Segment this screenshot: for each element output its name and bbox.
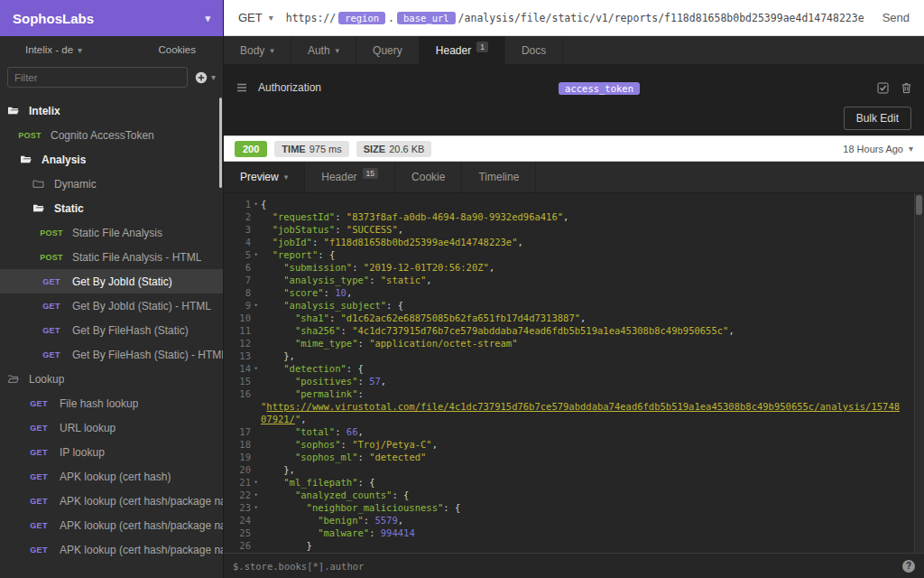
code-token: "jobStatus" [273,224,336,235]
response-scrollbar[interactable] [914,193,924,553]
sidebar-filter-input[interactable] [7,67,188,88]
tab-header[interactable]: Header1 [420,36,505,64]
status-badge: 200 [235,141,267,157]
sidebar-folder-lookup[interactable]: Lookup [0,367,223,391]
code-token [261,300,283,311]
line-number: 14 [224,362,251,375]
response-tab-cookie[interactable]: Cookie [395,162,462,192]
code-token: "analysis_type" [283,275,369,285]
response-tab-header[interactable]: Header15 [305,162,395,192]
code-token: : { [386,300,403,311]
help-icon[interactable]: ? [902,560,915,573]
tab-query[interactable]: Query [356,36,420,64]
code-text: "sophos": "Troj/Petya-C", [261,438,438,451]
sidebar-folder-intelix[interactable]: Intelix [0,98,223,123]
code-token: "permalink" [295,388,358,399]
base-url-variable-pill[interactable]: base_url [397,12,456,24]
sidebar-item-ip-lookup[interactable]: GETIP lookup [0,440,223,464]
fold-icon[interactable]: ▾ [251,362,261,375]
size-badge: SIZE 20.6 KB [356,141,432,157]
code-token: 57 [369,376,381,387]
tab-count-badge: 15 [363,168,378,179]
item-label: APK lookup (cert hash) [60,471,171,483]
sidebar-item-apk-lookup-cert-hash[interactable]: GETAPK lookup (cert hash) [0,464,223,489]
fold-icon[interactable]: ▾ [251,299,261,312]
workspace-name: SophosLabs [13,11,94,26]
sidebar-item-static-file-analysis[interactable]: POSTStatic File Analysis [0,220,223,245]
tab-auth[interactable]: Auth▾ [291,36,356,64]
code-token: "score" [283,287,323,298]
request-tabs: Body▾Auth▾QueryHeader1Docs [224,36,924,65]
checkbox-icon[interactable] [877,82,889,94]
response-filter-input[interactable] [233,561,902,572]
item-label: Lookup [29,373,64,386]
sidebar-item-url-lookup[interactable]: GETURL lookup [0,415,223,440]
method-badge: POST [38,253,65,262]
code-token: "positives" [295,376,358,387]
folder-open-icon [32,203,49,213]
sidebar-folder-dynamic[interactable]: Dynamic [0,172,223,196]
line-number: 16 [224,387,251,400]
response-tab-preview[interactable]: Preview▾ [224,162,305,192]
item-label: Static File Analysis - HTML [72,251,201,264]
sidebar-folder-analysis[interactable]: Analysis [0,147,223,172]
code-line: 18 "sophos": "Troj/Petya-C", [224,438,924,451]
sidebar-item-get-by-jobid-static[interactable]: GETGet By JobId (Static) [0,269,223,294]
workspace-switcher[interactable]: SophosLabs ▾ [0,0,223,36]
sidebar-item-apk-lookup-cert-hash-package-nam[interactable]: GETAPK lookup (cert hash/package nam... [0,513,223,537]
cookies-button[interactable]: Cookies [158,44,196,55]
sidebar-item-apk-lookup-cert-hash-package-name[interactable]: GETAPK lookup (cert hash/package name) [0,489,223,513]
fold-spacer [251,312,261,324]
header-name[interactable]: Authorization [258,81,321,94]
fold-icon[interactable]: ▾ [251,501,261,514]
url-input[interactable]: https:// region . base_url /analysis/fil… [286,12,870,24]
sidebar-item-file-hash-lookup[interactable]: GETFile hash lookup [0,391,223,415]
code-line: 16 "permalink": [224,387,924,400]
main-panel: GET ▾ https:// region . base_url /analys… [224,0,924,578]
code-text: "total": 66, [261,425,364,438]
fold-icon[interactable]: ▾ [251,489,261,501]
response-history-dropdown[interactable]: 18 Hours Ago ▾ [843,144,913,154]
sidebar-item-get-by-jobid-static-html[interactable]: GETGet By JobId (Static) - HTML [0,294,223,318]
line-number: 1 [224,198,251,210]
sidebar-scrollbar[interactable] [219,98,222,188]
fold-icon[interactable]: ▾ [251,248,261,261]
fold-icon[interactable]: ▾ [251,476,261,489]
environment-selector[interactable]: Intelix - de ▾ [25,44,82,55]
tab-body[interactable]: Body▾ [224,36,291,64]
response-tab-timeline[interactable]: Timeline [462,162,536,192]
code-text: "sophos_ml": "detected" [261,451,426,463]
line-number [224,413,251,425]
virustotal-link[interactable]: https://www.virustotal.com/file/4c1dc737… [266,401,900,412]
code-token: , [300,414,306,424]
code-line: 4 "jobId": "f118d81658b0bd25399ae4d14748… [224,236,924,248]
virustotal-link[interactable]: 07921/ [261,414,295,424]
bulk-edit-button[interactable]: Bulk Edit [844,107,911,130]
sidebar-item-apk-lookup-cert-hash-package-nam[interactable]: GETAPK lookup (cert hash/package nam... [0,537,223,562]
chevron-down-icon: ▾ [211,72,216,82]
response-filter-bar: ? [224,553,924,578]
create-request-button[interactable]: ▾ [195,71,216,84]
drag-handle-icon[interactable] [236,83,247,92]
method-badge: GET [38,302,65,311]
code-token [261,338,295,349]
code-text: "malware": 994414 [261,527,415,539]
send-button[interactable]: Send [882,11,910,24]
sidebar-item-get-by-filehash-static[interactable]: GETGet By FileHash (Static) [0,318,223,342]
trash-icon[interactable] [901,82,911,94]
fold-spacer [251,274,261,286]
sidebar-item-static-file-analysis-html[interactable]: POSTStatic File Analysis - HTML [0,245,223,269]
tab-docs[interactable]: Docs [505,36,563,64]
code-text: "requestId": "8373f8af-a0db-4694-8a90-99… [261,210,568,223]
sidebar-item-get-by-filehash-static-html[interactable]: GETGet By FileHash (Static) - HTML [0,342,223,367]
code-text: "detection": { [261,362,364,375]
access-token-variable-pill[interactable]: access_token [559,82,640,95]
header-value-cell[interactable]: access_token [321,79,877,96]
folder-open-outline-icon [7,374,23,384]
scrollbar-thumb[interactable] [916,195,922,215]
fold-icon[interactable]: ▾ [251,198,261,210]
region-variable-pill[interactable]: region [338,12,385,24]
sidebar-folder-static[interactable]: Static [0,196,223,220]
sidebar-item-cognito-accesstoken[interactable]: POSTCognito AccessToken [0,123,223,147]
method-dropdown[interactable]: GET ▾ [238,11,273,24]
